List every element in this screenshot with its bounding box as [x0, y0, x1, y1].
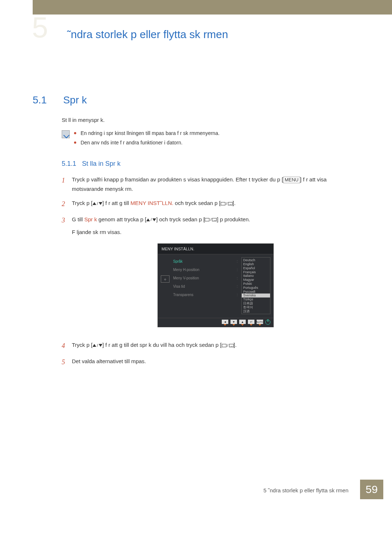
osd-footer-power-icon: [265, 320, 270, 325]
note-block: En ndring i spr kinst llningen till mpas…: [62, 130, 359, 149]
osd-footer-down-icon: ▼: [230, 320, 237, 324]
step-text: ].: [234, 342, 237, 348]
page-content: 5.1 Spr k St ll in menyspr k. En ndring …: [0, 47, 392, 368]
osd-footer-left-icon: ◄: [222, 320, 228, 324]
osd-language-option: Italiano: [242, 274, 270, 278]
osd-menu-item: Språk:: [173, 257, 238, 266]
menu-button-label: MENU: [283, 177, 300, 183]
osd-language-option: Español: [242, 266, 270, 270]
step-body: Tryck p valfri knapp p framsidan av prod…: [72, 175, 359, 193]
step-highlight: MENY INST˜LLN.: [131, 200, 173, 206]
step-follow-text: F ljande sk rm visas.: [72, 227, 359, 237]
step-1: 1 Tryck p valfri knapp p framsidan av pr…: [62, 175, 359, 193]
step-text: ] p produkten.: [217, 216, 250, 222]
note-item: Den anv nds inte f r andra funktioner i …: [74, 140, 220, 145]
osd-language-list: Deutsch English Español Français Italian…: [241, 257, 270, 314]
header-tab-spacer: [0, 0, 33, 15]
osd-menu-item: Transparens:: [173, 291, 238, 299]
step-4: 4 Tryck p [/] f r att g till det spr k d…: [62, 340, 359, 352]
osd-language-option: 日本語: [242, 301, 270, 305]
header-bar: [0, 0, 392, 15]
osd-footer-auto-button: AUTO: [257, 320, 263, 324]
subsection-number: 5.1.1: [62, 160, 76, 167]
osd-language-option: Português: [242, 286, 270, 290]
step-text: ] f r att g till det spr k du vill ha oc…: [102, 342, 221, 348]
up-down-icon: /: [146, 216, 156, 223]
chapter-number: 5: [32, 11, 48, 44]
osd-language-option: Magyar: [242, 278, 270, 282]
osd-category-icon: ⟐: [161, 275, 170, 283]
up-down-icon: /: [93, 342, 102, 349]
step-number: 2: [62, 198, 67, 210]
step-text: ] f r att g till: [102, 200, 131, 206]
step-text: ] och tryck sedan p [: [156, 216, 205, 222]
step-number: 1: [62, 175, 67, 193]
footer-chapter-ref: 5 ˜ndra storlek p eller flytta sk rmen: [264, 487, 348, 493]
step-text: ].: [233, 200, 236, 206]
source-enter-icon: /: [221, 200, 233, 207]
osd-language-option: English: [242, 262, 270, 266]
source-enter-icon: /: [222, 342, 234, 349]
section-name: Spr k: [63, 94, 87, 106]
step-body: Tryck p [/] f r att g till det spr k du …: [72, 340, 359, 352]
subsection-heading: 5.1.1 St lla in Spr k: [62, 160, 359, 168]
osd-language-option: Türkçe: [242, 297, 270, 301]
step-text: Tryck p [: [72, 200, 93, 206]
osd-language-option: 汉语: [242, 309, 270, 313]
step-number: 5: [62, 357, 67, 368]
osd-menu-list: Språk: Meny H-position: Meny V-position:…: [173, 257, 238, 299]
step-3: 3 G till Spr k genom att trycka p [/] oc…: [62, 215, 359, 336]
note-list: En ndring i spr kinst llningen till mpas…: [74, 130, 220, 149]
step-body: Tryck p [/] f r att g till MENY INST˜LLN…: [72, 198, 359, 210]
step-body: G till Spr k genom att trycka p [/] och …: [72, 215, 359, 336]
steps-list: 1 Tryck p valfri knapp p framsidan av pr…: [62, 175, 359, 368]
step-highlight: Spr k: [84, 216, 97, 222]
osd-language-option: Polski: [242, 282, 270, 286]
osd-body: ⟐ Språk: Meny H-position: Meny V-positio…: [158, 254, 273, 318]
subsection-name: St lla in Spr k: [82, 160, 121, 167]
page-number: 59: [360, 480, 383, 499]
step-text: Tryck p valfri knapp p framsidan av prod…: [72, 176, 283, 182]
step-text: G till: [72, 216, 84, 222]
osd-panel: MENY INSTÄLLN. ⟐ Språk: Meny H-position:…: [158, 243, 274, 328]
up-down-icon: /: [93, 200, 102, 207]
source-enter-icon: /: [205, 216, 217, 223]
osd-language-option: Русский: [242, 290, 270, 294]
osd-footer-buttons: ◄ ▼ ▲ ↵ AUTO: [158, 318, 273, 327]
step-text: genom att trycka p [: [97, 216, 146, 222]
osd-menu-item: Meny H-position:: [173, 266, 238, 274]
chapter-title-wrap: 5 ˜ndra storlek p eller flytta sk rmen: [0, 15, 392, 47]
step-text: och tryck sedan p [: [173, 200, 221, 206]
osd-language-option-selected: Svenska: [242, 294, 270, 297]
section-number: 5.1: [33, 94, 62, 106]
step-text: Tryck p [: [72, 342, 93, 348]
osd-language-option: Français: [242, 270, 270, 274]
osd-language-option: Deutsch: [242, 258, 270, 262]
osd-language-option: 한국어: [242, 305, 270, 309]
osd-menu-item: Meny V-position:: [173, 274, 238, 282]
note-item: En ndring i spr kinst llningen till mpas…: [74, 130, 220, 136]
osd-title: MENY INSTÄLLN.: [158, 244, 273, 255]
step-body: Det valda alternativet till mpas.: [72, 357, 359, 368]
note-icon: [62, 130, 70, 138]
step-2: 2 Tryck p [/] f r att g till MENY INST˜L…: [62, 198, 359, 210]
chapter-title: ˜ndra storlek p eller flytta sk rmen: [67, 28, 228, 41]
section-intro: St ll in menyspr k.: [62, 117, 359, 123]
step-number: 3: [62, 215, 67, 336]
page-footer: 5 ˜ndra storlek p eller flytta sk rmen 5…: [0, 477, 392, 502]
section-heading: 5.1 Spr k: [33, 94, 359, 106]
step-number: 4: [62, 340, 67, 352]
step-text: Det valda alternativet till mpas.: [72, 358, 146, 364]
osd-screenshot: MENY INSTÄLLN. ⟐ Språk: Meny H-position:…: [72, 243, 359, 328]
osd-footer-enter-icon: ↵: [248, 320, 254, 324]
step-5: 5 Det valda alternativet till mpas.: [62, 357, 359, 368]
osd-menu-item: Visa tid:: [173, 282, 238, 291]
osd-footer-up-icon: ▲: [239, 320, 246, 324]
